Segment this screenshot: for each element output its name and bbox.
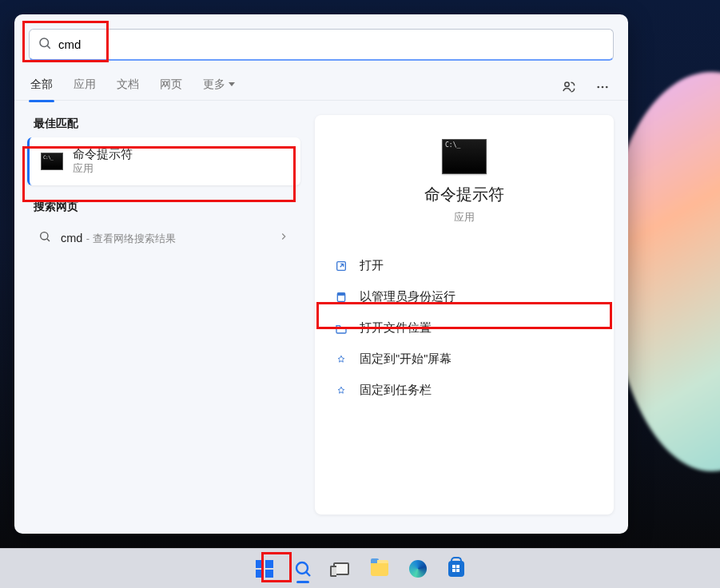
start-search-panel: 全部 应用 文档 网页 更多 最佳匹配 [14,14,628,534]
action-run-as-admin[interactable]: 以管理员身份运行 [329,281,599,312]
pin-icon [334,352,348,367]
taskbar [0,548,720,588]
windows-logo-icon [256,560,273,578]
tab-docs[interactable]: 文档 [115,73,141,101]
action-run-as-admin-label: 以管理员身份运行 [360,289,455,304]
best-match-subtitle: 应用 [73,162,133,176]
web-term: cmd [61,232,82,244]
ms-store-icon [448,561,464,577]
svg-point-5 [606,85,608,88]
shield-admin-icon [334,290,348,304]
file-explorer-icon [371,562,388,576]
task-view-icon [333,562,349,575]
action-open-file-location[interactable]: 打开文件位置 [329,312,599,344]
best-match-title: 命令提示符 [73,147,133,162]
action-open-file-location-label: 打开文件位置 [360,320,432,336]
cmd-icon [41,153,63,170]
svg-point-11 [296,562,308,574]
svg-rect-10 [337,292,344,295]
detail-title: 命令提示符 [424,184,504,205]
action-pin-to-taskbar-label: 固定到任务栏 [360,383,432,398]
taskbar-file-explorer-button[interactable] [364,553,396,585]
detail-card: 命令提示符 应用 打开 以管理员身份运行 [315,115,614,514]
search-icon [38,230,51,246]
detail-column: 命令提示符 应用 打开 以管理员身份运行 [304,101,628,534]
action-pin-to-taskbar[interactable]: 固定到任务栏 [329,375,599,406]
web-search-result[interactable]: cmd - 查看网络搜索结果 [24,220,304,256]
search-web-heading: 搜索网页 [24,193,304,220]
chevron-right-icon [278,231,289,245]
best-match-card: 命令提示符 应用 [27,137,300,185]
svg-point-0 [40,38,49,47]
action-open[interactable]: 打开 [329,250,599,281]
search-icon [293,559,312,578]
action-open-label: 打开 [360,258,384,273]
svg-point-2 [565,82,569,86]
svg-point-3 [597,85,599,88]
svg-point-4 [602,85,604,88]
web-hint: - 查看网络搜索结果 [86,232,176,244]
more-options-icon[interactable] [591,76,614,98]
svg-line-7 [47,239,50,241]
svg-line-12 [306,572,310,576]
taskbar-taskview-button[interactable] [325,553,357,585]
search-box[interactable] [29,29,614,61]
edge-icon [409,560,427,578]
search-input[interactable] [52,38,605,51]
tab-apps[interactable]: 应用 [72,73,97,101]
detail-subtitle: 应用 [454,210,475,224]
tab-more[interactable]: 更多 [201,73,237,101]
svg-line-1 [47,46,50,48]
taskbar-store-button[interactable] [440,553,472,585]
taskbar-edge-button[interactable] [402,553,434,585]
tab-all[interactable]: 全部 [29,73,54,101]
pin-icon [334,383,348,398]
taskbar-search-button[interactable] [287,553,319,585]
action-pin-to-start[interactable]: 固定到"开始"屏幕 [329,344,599,375]
detail-actions: 打开 以管理员身份运行 打开文件位置 [329,250,599,406]
best-match-heading: 最佳匹配 [24,110,304,137]
search-tabs: 全部 应用 文档 网页 更多 [14,66,628,101]
best-match-result[interactable]: 命令提示符 应用 [27,137,300,185]
action-pin-to-start-label: 固定到"开始"屏幕 [360,352,451,367]
svg-point-6 [41,232,48,240]
chevron-down-icon [229,82,235,86]
results-column: 最佳匹配 命令提示符 应用 搜索网页 cmd - 查看网络搜索结果 [14,101,304,534]
account-sync-icon[interactable] [558,76,580,98]
tab-web[interactable]: 网页 [158,73,184,101]
search-icon [38,36,52,54]
taskbar-start-button[interactable] [249,553,280,585]
cmd-icon [442,139,487,174]
tab-more-label: 更多 [203,77,225,92]
folder-icon [334,321,348,336]
open-icon [334,259,348,273]
